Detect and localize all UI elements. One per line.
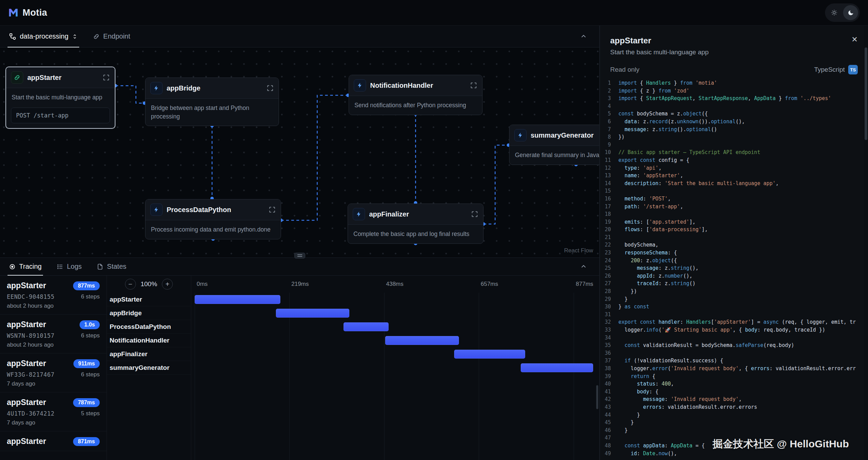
code-line: 44 }	[600, 411, 868, 419]
expand-icon[interactable]	[268, 206, 276, 213]
line-number: 31	[600, 311, 618, 319]
trace-id: WF33G-8217467	[7, 371, 55, 378]
code-line: 42 message: 'Invalid request body',	[600, 395, 868, 403]
code-line: 40 status: 400,	[600, 380, 868, 388]
window-scrollbar[interactable]	[864, 26, 868, 460]
timeline-bar[interactable]	[344, 322, 389, 331]
code-line: 22 bodySchema,	[600, 241, 868, 249]
trace-duration-badge: 1.0s	[80, 320, 100, 329]
line-number: 9	[600, 141, 618, 149]
line-content: errors: validationResult.error.errors	[618, 403, 868, 411]
trace-item[interactable]: appStarter1.0sWSN7N-89101576 stepsabout …	[0, 315, 107, 353]
react-flow-attribution: React Flow	[564, 247, 593, 254]
line-content: const bodySchema = z.object({	[618, 110, 868, 118]
dark-theme-button[interactable]	[843, 5, 858, 20]
tick-label: 877ms	[576, 281, 593, 288]
trace-list: appStarter877msEENDC-90481556 stepsabout…	[0, 276, 107, 460]
expand-icon[interactable]	[471, 210, 478, 218]
code-line: 9	[600, 141, 868, 149]
tab-states[interactable]: States	[97, 258, 126, 275]
line-content: message: z.string().optional()	[618, 126, 868, 134]
flow-node-summaryGenerator[interactable]: summaryGenerator Generate final summary …	[509, 125, 599, 165]
trace-steps: 6 steps	[81, 332, 100, 339]
line-content: responseSchema: {	[618, 249, 868, 257]
code-line: 25 message: z.string(),	[600, 264, 868, 272]
code-line: 26 appId: z.number(),	[600, 272, 868, 280]
flow-node-appBridge[interactable]: appBridge Bridge between app start and P…	[145, 78, 279, 126]
timeline-bar[interactable]	[385, 336, 459, 345]
close-button[interactable]: ✕	[852, 36, 858, 43]
trace-name: appStarter	[7, 398, 46, 407]
timeline-bar[interactable]	[454, 350, 526, 359]
trace-item[interactable]: appStarter787ms4U1TD-36742125 steps7 day…	[0, 392, 107, 431]
timeline-bar[interactable]	[195, 295, 280, 304]
chevrons-up-down-icon	[72, 33, 78, 40]
flow-node-appStarter[interactable]: appStarter Start the basic multi-languag…	[5, 67, 115, 129]
tab-endpoint[interactable]: Endpoint	[93, 26, 130, 47]
line-number: 20	[600, 226, 618, 234]
line-content: }	[618, 411, 868, 419]
trace-item[interactable]: appStarter911msWF33G-82174676 steps7 day…	[0, 353, 107, 392]
timeline-bar[interactable]	[276, 309, 349, 318]
code-line: 20 flows: ['data-processing'],	[600, 226, 868, 234]
window-scrollbar-thumb[interactable]	[865, 47, 867, 140]
line-content: 200: z.object({	[618, 257, 868, 265]
line-content	[618, 334, 868, 342]
trace-time: about 2 hours ago	[7, 303, 100, 309]
trace-id: 4U1TD-3674212	[7, 410, 55, 417]
trace-time: 7 days ago	[7, 380, 100, 387]
zoom-out-button[interactable]: −	[125, 279, 136, 290]
light-theme-button[interactable]	[827, 5, 842, 20]
panel-resize-handle[interactable]	[294, 253, 305, 259]
timeline-step-label: appFinalizer	[107, 347, 191, 361]
flow-node-NotificationHandler[interactable]: NotificationHandler Send notifications a…	[349, 75, 482, 115]
tracing-collapse-button[interactable]	[577, 260, 590, 274]
node-header: appStarter	[6, 67, 115, 88]
flow-collapse-button[interactable]	[577, 30, 590, 43]
trace-item[interactable]: appStarter871ms	[0, 431, 107, 451]
zoom-in-button[interactable]: +	[162, 279, 173, 290]
line-number: 29	[600, 295, 618, 303]
tracing-scrollbar-thumb[interactable]	[596, 385, 598, 409]
line-number: 48	[600, 442, 618, 450]
zoom-controls: − 100% +	[107, 276, 191, 293]
timeline-rows	[191, 293, 599, 375]
tab-tracing[interactable]: Tracing	[9, 258, 42, 275]
node-description: Bridge between app start and Python proc…	[145, 99, 279, 126]
file-icon	[97, 263, 103, 270]
line-number: 35	[600, 341, 618, 349]
flow-node-ProcessDataPython[interactable]: ProcessDataPython Process incoming data …	[145, 199, 281, 239]
expand-icon[interactable]	[102, 74, 110, 81]
line-content: path: '/start-app',	[618, 203, 868, 211]
expand-icon[interactable]	[266, 84, 274, 92]
line-number: 47	[600, 434, 618, 442]
code-line: 18	[600, 210, 868, 218]
node-title: appStarter	[27, 74, 98, 82]
code-line: 39 return {	[600, 373, 868, 380]
line-content: import { Handlers } from 'motia'	[618, 79, 868, 87]
timeline-step-label: ProcessDataPython	[107, 320, 191, 334]
flow-selector[interactable]: data-processing	[9, 26, 78, 47]
flow-tab-bar: data-processing Endpoint	[0, 26, 599, 47]
flow-node-appFinalizer[interactable]: appFinalizer Complete the basic app and …	[348, 204, 484, 244]
line-content: logger.error('Invalid request body', { e…	[618, 365, 868, 373]
code-line: 28 })	[600, 288, 868, 295]
line-number: 49	[600, 450, 618, 458]
trace-item[interactable]: appStarter877msEENDC-90481556 stepsabout…	[0, 276, 107, 315]
trace-time: 7 days ago	[7, 419, 100, 426]
expand-icon[interactable]	[470, 82, 477, 89]
tab-logs[interactable]: Logs	[57, 258, 82, 275]
timeline-step-label: NotificationHandler	[107, 334, 191, 347]
flow-canvas[interactable]: appStarter Start the basic multi-languag…	[0, 47, 599, 257]
code-lines[interactable]: 1import { Handlers } from 'motia'2import…	[600, 79, 868, 457]
code-panel: appStarter ✕ Start the basic multi-langu…	[600, 26, 868, 460]
trace-name: appStarter	[7, 281, 46, 290]
line-number: 14	[600, 180, 618, 187]
line-content: flows: ['data-processing'],	[618, 226, 868, 234]
timeline-bar[interactable]	[521, 363, 593, 372]
code-line: 5const bodySchema = z.object({	[600, 110, 868, 118]
code-line: 34	[600, 334, 868, 342]
code-line: 27 traceId: z.string()	[600, 280, 868, 288]
line-content: // Basic app starter — TypeScript API en…	[618, 149, 868, 156]
line-content: data: z.record(z.unknown()).optional(),	[618, 118, 868, 126]
